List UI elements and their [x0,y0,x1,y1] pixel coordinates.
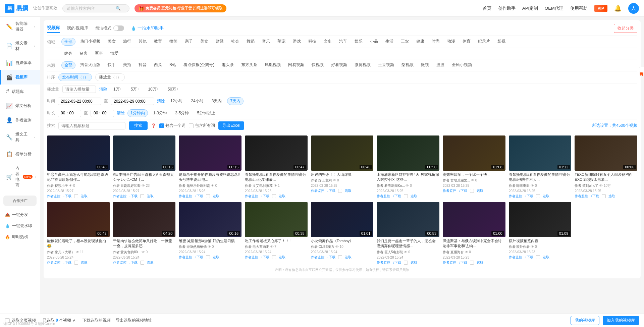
source-tag-xigua[interactable]: 西瓜 [151,61,165,69]
video-card-3[interactable]: 00:15 是我亲手推开的你我没有资格说忘念#头号博主说##电... 作者 越整… [179,135,241,199]
domain-tag-car[interactable]: 汽车 [336,38,350,46]
domain-tag-entertainment[interactable]: 娱乐 [352,38,365,46]
watermark-helper[interactable]: 💧 一拍水印助手 [131,25,164,31]
select-video-checkbox[interactable] [74,194,78,198]
time-end-input[interactable] [111,98,154,105]
sidebar-item-watermark[interactable]: 💧 一键去水印 [0,220,40,231]
download-btn[interactable]: ↓下载 [195,255,203,260]
select-video-checkbox[interactable] [206,255,210,259]
select-video-checkbox[interactable] [206,194,210,198]
toggle-switch[interactable] [113,25,124,31]
download-btn[interactable]: ↓下载 [63,194,71,199]
vip-button[interactable]: VIP [594,5,607,12]
search-button[interactable]: 搜索 [129,121,148,130]
video-card-16[interactable]: 01:00 泽连斯基：与俄方谈判中完全不会讨论非军事化和'去纳... 作者 直播… [443,202,505,265]
sidebar-item-analysis[interactable]: 📈 爆文分析 [0,99,40,113]
domain-tag-animation[interactable]: 动漫 [444,38,458,46]
avatar[interactable]: 人 [628,3,639,14]
select-label[interactable]: 选取 [147,260,154,265]
sort-time-button[interactable]: 发布时间（↓） [58,73,92,81]
nav-help[interactable]: 使用帮助 [570,5,588,11]
select-video-checkbox[interactable] [536,255,540,259]
play-option-50w[interactable]: 50万+ [165,86,181,93]
domain-tag-beauty[interactable]: 美女 [105,38,118,46]
domain-tag-travel[interactable]: 旅行 [120,38,134,46]
select-video-checkbox[interactable] [536,194,540,198]
sidebar-item-media[interactable]: 📊 自媒体率 [0,56,40,70]
select-label[interactable]: 选取 [411,194,417,199]
video-card-15[interactable]: 00:53 我们是要一起走一辈子的人，怎么会没满弃你呢哩整情感... 作者 巨人… [377,202,439,265]
source-tag-kuai[interactable]: 快视频 [309,61,326,69]
time-quick-12h[interactable]: 12小时 [168,98,185,105]
video-card-6[interactable]: 00:50 上海浦东新区封控管理4天 独家视角深入封控小区 这些... 作者 看… [377,135,439,199]
sidebar-item-author[interactable]: 👤 作者监测 [0,113,40,127]
domain-tag-music[interactable]: 音乐 [259,38,273,46]
export-excel-button[interactable]: 导出Excel [218,121,244,130]
time-quick-7d[interactable]: 7天内 [227,97,244,105]
source-tag-haokan[interactable]: 好看视频 [328,61,350,69]
select-label[interactable]: 选取 [411,260,417,265]
bell-icon[interactable]: 🔔 [614,5,622,12]
collect-button[interactable]: 收起分类 [614,24,637,33]
domain-tag-pig[interactable]: 猪客 [77,50,90,57]
nav-home[interactable]: 首页 [483,5,491,11]
nav-creator[interactable]: 创作助手 [498,5,516,11]
source-tag-meipai[interactable]: 美拍 [120,61,134,69]
author-monitor-btn[interactable]: 作者监控 [113,194,126,199]
source-tag-li[interactable]: 梨视频 [399,61,416,69]
select-video-checkbox[interactable] [404,261,408,265]
author-monitor-btn[interactable]: 作者监控 [575,194,588,199]
select-video-checkbox[interactable] [404,194,408,198]
promo-banner[interactable]: 🎁 免费会员·五元礼包·行业干货 扫码进群即可领取 [135,4,226,12]
source-tag-netease[interactable]: 网易视频 [285,61,307,69]
source-tag-kandian[interactable]: 看点快报(企鹅号) [181,61,217,69]
select-label[interactable]: 选取 [279,194,285,199]
simple-mode-toggle[interactable]: 简洁模式 [95,25,124,31]
sidebar-item-editor[interactable]: ✏️ 智能编辑器 › [0,17,40,36]
download-btn[interactable]: ↓下载 [261,194,269,199]
author-monitor-btn[interactable]: 作者监控 [179,194,192,199]
source-tag-quanmin[interactable]: 全民小视频 [449,61,475,69]
author-monitor-btn[interactable]: 作者监控 [311,255,324,260]
search-input[interactable] [67,6,114,11]
author-monitor-btn[interactable]: 作者监控 [245,255,258,260]
domain-tag-history[interactable]: 文史 [321,38,334,46]
sidebar-item-tools[interactable]: 🔧 爆文工具 › [0,127,40,147]
download-btn[interactable]: ↓下载 [393,194,401,199]
time-start-input[interactable] [58,98,101,105]
select-label[interactable]: 选取 [608,194,615,199]
include-one-checkbox[interactable]: ✓ 包含一个词 [159,123,185,128]
sidebar-item-publish[interactable]: 📤 一键分发 [0,209,40,220]
nav-oem[interactable]: OEM代理 [545,5,564,11]
select-video-checkbox[interactable] [338,189,342,193]
source-tag-dongfang[interactable]: 东方头条 [238,61,260,69]
sidebar-item-ecommerce[interactable]: 🛒 内容电商 NEW › [0,161,40,192]
play-count-input[interactable] [62,86,96,93]
download-btn[interactable]: ↓下载 [393,260,401,265]
download-btn[interactable]: ↓下载 [327,188,335,193]
author-monitor-btn[interactable]: 作者监控 [47,194,60,199]
domain-tag-farming[interactable]: 三农 [398,38,412,46]
duration-option-1-3min[interactable]: 1-3分钟 [151,110,170,117]
author-monitor-btn[interactable]: 作者监控 [47,260,60,265]
select-video-checkbox[interactable] [272,255,276,259]
select-label[interactable]: 选取 [477,260,483,265]
select-video-checkbox[interactable] [140,261,144,265]
domain-tag-hot[interactable]: 热门小视频 [77,38,103,46]
domain-tag-all[interactable]: 全部 [61,38,75,46]
select-video-checkbox[interactable] [470,261,474,265]
source-tag-bilibili[interactable]: B站 [167,61,179,69]
duration-option-5min-plus[interactable]: 5分钟以上 [194,110,218,117]
author-monitor-btn[interactable]: 作者监控 [377,260,390,265]
tab-my-lib[interactable]: 我的视频库 [67,24,89,33]
source-tag-tudou[interactable]: 土豆视频 [375,61,397,69]
select-video-checkbox[interactable] [140,194,144,198]
sidebar-item-material[interactable]: 📄 爆文素材 › [0,36,40,56]
video-card-9[interactable]: 00:06 #EXO新团综只有五个人##爱丽P的EXO团综报太形象... 作者 … [575,135,637,199]
video-card-13[interactable]: 00:38 吃工作餐老板又心疼了！！！ 作者 电大畜肉吧 👁 7 2022-03… [245,202,308,265]
download-btn[interactable]: ↓下载 [591,194,599,199]
select-label[interactable]: 选取 [345,188,352,193]
download-btn[interactable]: ↓下载 [525,194,533,199]
domain-tag-life[interactable]: 生活 [383,38,396,46]
video-card-12[interactable]: 00:16 维密 减脂塑形#游浦 好的生活习惯 作者 游漩然楠楠倘 👁 0 20… [179,202,241,265]
